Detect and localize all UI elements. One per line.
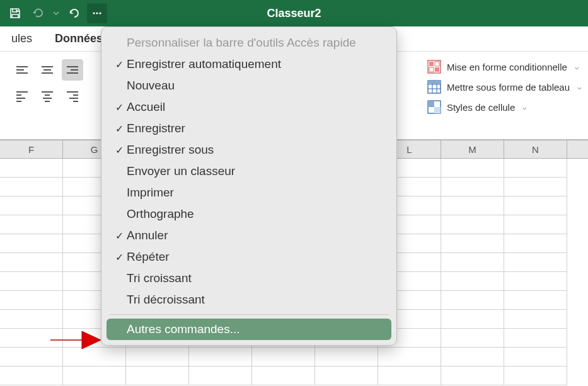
cell[interactable] — [441, 348, 504, 366]
cell[interactable] — [441, 253, 504, 272]
cell[interactable] — [0, 178, 63, 196]
column-header[interactable]: M — [441, 140, 504, 158]
cell[interactable] — [441, 310, 504, 329]
quick-access-toolbar — [5, 3, 107, 23]
cell[interactable] — [315, 366, 378, 385]
format-table-button[interactable]: Mettre sous forme de tableau ⌵ — [427, 79, 582, 94]
cell[interactable] — [441, 178, 504, 196]
cell[interactable] — [0, 234, 63, 253]
cell[interactable] — [378, 348, 441, 366]
menu-item[interactable]: ✓Enregistrer sous — [107, 139, 391, 161]
cell[interactable] — [504, 159, 567, 178]
align-top-button[interactable] — [11, 59, 33, 81]
cell[interactable] — [378, 366, 441, 385]
cell[interactable] — [441, 159, 504, 178]
cell[interactable] — [441, 196, 504, 215]
menu-item[interactable]: Orthographe — [107, 203, 391, 225]
format-table-label: Mettre sous forme de tableau — [447, 82, 570, 93]
titlebar: Classeur2 — [0, 0, 588, 26]
more-button[interactable] — [87, 3, 107, 23]
menu-item-label: Imprimer — [127, 186, 386, 200]
column-header[interactable]: F — [0, 140, 63, 158]
menu-item[interactable]: ✓Accueil — [107, 96, 391, 118]
menu-item[interactable]: Envoyer un classeur — [107, 161, 391, 182]
save-button[interactable] — [5, 3, 25, 23]
cell[interactable] — [504, 348, 567, 366]
cell[interactable] — [504, 178, 567, 196]
cell[interactable] — [441, 272, 504, 291]
cell[interactable] — [441, 329, 504, 348]
menu-item-label: Nouveau — [127, 79, 386, 93]
alignment-group — [0, 52, 95, 139]
cell[interactable] — [504, 291, 567, 310]
menu-item-label: Envoyer un classeur — [127, 164, 386, 178]
menu-item-label: Annuler — [127, 229, 386, 242]
check-icon: ✓ — [112, 144, 127, 156]
menu-item[interactable]: ✓Enregistrer automatiquement — [107, 54, 391, 75]
cell[interactable] — [504, 196, 567, 215]
tab-formulas[interactable]: ules — [0, 32, 43, 45]
align-bottom-button[interactable] — [62, 59, 83, 81]
cell-styles-button[interactable]: Styles de cellule ⌵ — [427, 99, 582, 115]
svg-rect-8 — [435, 67, 439, 72]
menu-item[interactable]: ✓Répéter — [107, 246, 391, 268]
cell[interactable] — [504, 310, 567, 329]
menu-item-label: Tri croissant — [127, 271, 386, 285]
cell[interactable] — [126, 348, 189, 366]
cell[interactable] — [189, 366, 252, 385]
cell[interactable] — [315, 348, 378, 366]
cell[interactable] — [0, 253, 63, 272]
column-header[interactable]: N — [504, 140, 567, 158]
menu-divider — [109, 314, 389, 315]
menu-item-label: Tri décroissant — [127, 293, 386, 307]
align-center-button[interactable] — [37, 86, 58, 107]
cell[interactable] — [252, 366, 315, 385]
cell-styles-label: Styles de cellule — [447, 102, 515, 113]
cell[interactable] — [504, 366, 567, 385]
cell[interactable] — [441, 215, 504, 234]
cell[interactable] — [504, 329, 567, 348]
align-left-button[interactable] — [11, 86, 33, 107]
cell[interactable] — [441, 366, 504, 385]
conditional-formatting-button[interactable]: Mise en forme conditionnelle ⌵ — [427, 59, 582, 74]
cell[interactable] — [504, 215, 567, 234]
cell-styles-icon — [427, 99, 442, 115]
menu-item[interactable]: ✓Enregistrer — [107, 118, 391, 139]
menu-item[interactable]: Tri décroissant — [107, 289, 391, 310]
menu-item-label: Enregistrer — [127, 122, 386, 135]
cell[interactable] — [0, 366, 63, 385]
chevron-down-icon: ⌵ — [522, 103, 527, 111]
svg-rect-17 — [434, 107, 441, 113]
cell[interactable] — [0, 291, 63, 310]
check-icon: ✓ — [112, 251, 127, 263]
cell[interactable] — [0, 272, 63, 291]
document-title: Classeur2 — [267, 7, 321, 20]
redo-button[interactable] — [64, 3, 84, 23]
cell[interactable] — [126, 366, 189, 385]
conditional-formatting-icon — [427, 59, 442, 74]
cell[interactable] — [0, 159, 63, 178]
align-right-button[interactable] — [62, 86, 83, 107]
cell[interactable] — [504, 272, 567, 291]
cell[interactable] — [0, 196, 63, 215]
undo-dropdown[interactable] — [50, 3, 62, 23]
cell[interactable] — [441, 291, 504, 310]
format-table-icon — [427, 79, 442, 94]
menu-item[interactable]: Imprimer — [107, 182, 391, 203]
cell[interactable] — [504, 253, 567, 272]
cell[interactable] — [0, 215, 63, 234]
undo-button[interactable] — [28, 3, 48, 23]
cell[interactable] — [252, 348, 315, 366]
menu-item[interactable]: Nouveau — [107, 75, 391, 96]
cell[interactable] — [441, 234, 504, 253]
cell[interactable] — [504, 234, 567, 253]
cell[interactable] — [189, 348, 252, 366]
cell[interactable] — [63, 366, 126, 385]
align-middle-button[interactable] — [37, 59, 58, 81]
menu-item[interactable]: Tri croissant — [107, 268, 391, 289]
check-icon: ✓ — [112, 123, 127, 135]
svg-point-3 — [99, 12, 101, 14]
cell[interactable] — [0, 310, 63, 329]
menu-item[interactable]: ✓Annuler — [107, 225, 391, 246]
menu-item-more-commands[interactable]: Autres commandes... — [107, 319, 391, 340]
